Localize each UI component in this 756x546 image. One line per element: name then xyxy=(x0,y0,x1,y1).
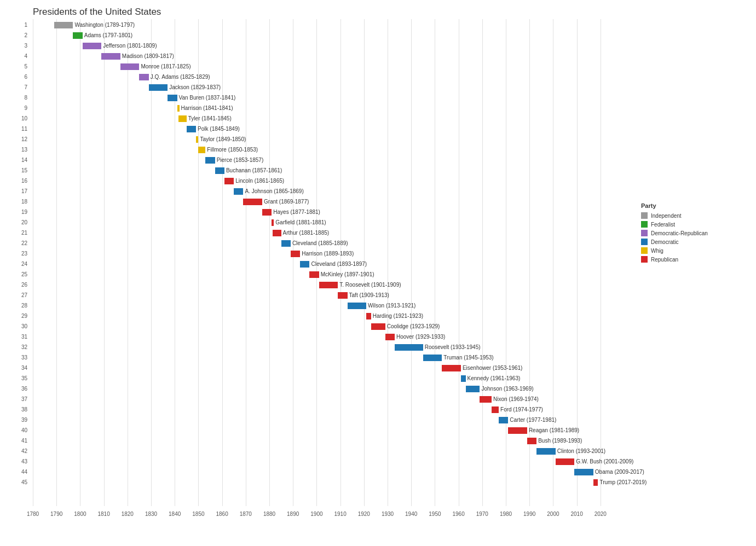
president-bar xyxy=(139,74,148,80)
year-label: 1780 xyxy=(27,511,39,517)
president-number: 38 xyxy=(11,405,27,415)
president-number: 20 xyxy=(11,218,27,228)
president-number: 42 xyxy=(11,446,27,456)
president-label: G.W. Bush (2001-2009) xyxy=(576,458,633,465)
legend-label: Whig xyxy=(651,248,663,254)
president-number: 39 xyxy=(11,415,27,425)
table-row: 44Obama (2009-2017) xyxy=(33,467,624,477)
table-row: 20Garfield (1881-1881) xyxy=(33,218,624,228)
president-bar xyxy=(366,313,371,320)
year-label: 2010 xyxy=(570,511,582,517)
table-row: 3Jefferson (1801-1809) xyxy=(33,41,624,51)
president-label: Ford (1974-1977) xyxy=(500,406,543,413)
president-number: 10 xyxy=(11,114,27,124)
president-label: Adams (1797-1801) xyxy=(84,32,132,39)
table-row: 24Cleveland (1893-1897) xyxy=(33,259,624,269)
president-bar xyxy=(101,53,120,60)
year-label: 1960 xyxy=(452,511,464,517)
legend-item: Federalist xyxy=(641,221,745,228)
legend-item: Independent xyxy=(641,212,745,219)
table-row: 6J.Q. Adams (1825-1829) xyxy=(33,72,624,82)
president-number: 16 xyxy=(11,176,27,186)
president-label: Clinton (1993-2001) xyxy=(557,448,605,455)
table-row: 32Roosevelt (1933-1945) xyxy=(33,342,624,352)
table-row: 35Kennedy (1961-1963) xyxy=(33,374,624,384)
president-bar xyxy=(120,63,140,70)
president-bar xyxy=(508,427,527,434)
table-row: 8Van Buren (1837-1841) xyxy=(33,93,624,103)
legend-swatch xyxy=(641,221,648,228)
president-label: Taylor (1849-1850) xyxy=(200,136,246,143)
president-number: 21 xyxy=(11,228,27,238)
president-bar xyxy=(215,167,224,174)
president-number: 33 xyxy=(11,353,27,363)
president-number: 37 xyxy=(11,394,27,404)
legend-label: Independent xyxy=(651,213,682,219)
president-number: 44 xyxy=(11,467,27,477)
president-number: 13 xyxy=(11,145,27,155)
president-number: 5 xyxy=(11,62,27,72)
president-label: Bush (1989-1993) xyxy=(538,438,582,444)
president-bar xyxy=(319,282,338,288)
president-label: Jefferson (1801-1809) xyxy=(103,43,157,49)
president-number: 24 xyxy=(11,259,27,269)
table-row: 7Jackson (1829-1837) xyxy=(33,83,624,92)
president-bar xyxy=(461,375,466,382)
president-label: Fillmore (1850-1853) xyxy=(207,147,258,153)
table-row: 38Ford (1974-1977) xyxy=(33,405,624,415)
chart-area: 1780179018001810182018301840185018601870… xyxy=(33,19,635,517)
president-bar xyxy=(300,261,309,268)
president-bar xyxy=(480,396,492,403)
president-number: 22 xyxy=(11,239,27,248)
president-bar xyxy=(338,292,347,299)
president-label: Arthur (1881-1885) xyxy=(283,230,330,236)
table-row: 34Eisenhower (1953-1961) xyxy=(33,363,624,373)
year-label: 1980 xyxy=(500,511,512,517)
president-label: Pierce (1853-1857) xyxy=(217,157,264,164)
president-label: Coolidge (1923-1929) xyxy=(387,323,440,330)
president-bar xyxy=(205,157,215,164)
table-row: 4Madison (1809-1817) xyxy=(33,51,624,61)
president-label: Cleveland (1885-1889) xyxy=(292,240,348,247)
president-label: Reagan (1981-1989) xyxy=(529,427,579,434)
president-number: 28 xyxy=(11,301,27,311)
president-bar xyxy=(385,334,395,340)
legend-item: Republican xyxy=(641,256,745,263)
president-label: Van Buren (1837-1841) xyxy=(179,95,236,101)
president-label: Carter (1977-1981) xyxy=(510,417,556,423)
president-bar xyxy=(536,448,556,455)
president-bar xyxy=(224,178,234,184)
legend-swatch xyxy=(641,230,648,236)
year-label: 1860 xyxy=(216,511,228,517)
year-label: 1920 xyxy=(358,511,370,517)
president-label: McKinley (1897-1901) xyxy=(321,271,374,278)
year-label: 2020 xyxy=(595,511,607,517)
president-label: Eisenhower (1953-1961) xyxy=(463,365,523,371)
legend-swatch xyxy=(641,239,648,245)
president-label: Wilson (1913-1921) xyxy=(368,303,415,309)
president-number: 8 xyxy=(11,93,27,103)
president-label: Buchanan (1857-1861) xyxy=(226,167,282,174)
president-label: J.Q. Adams (1825-1829) xyxy=(151,74,210,80)
year-label: 1950 xyxy=(429,511,441,517)
president-number: 43 xyxy=(11,457,27,467)
chart-container: Presidents of the United States 17801790… xyxy=(0,0,756,546)
president-bar xyxy=(73,32,82,39)
president-number: 31 xyxy=(11,332,27,342)
president-number: 6 xyxy=(11,72,27,82)
legend-item: Democratic xyxy=(641,239,745,245)
legend-swatch xyxy=(641,212,648,219)
table-row: 23Harrison (1889-1893) xyxy=(33,249,624,259)
president-number: 12 xyxy=(11,135,27,144)
table-row: 45Trump (2017-2019) xyxy=(33,478,624,487)
table-row: 10Tyler (1841-1845) xyxy=(33,114,624,124)
table-row: 27Taft (1909-1913) xyxy=(33,291,624,300)
table-row: 42Clinton (1993-2001) xyxy=(33,446,624,456)
president-number: 18 xyxy=(11,197,27,207)
table-row: 15Buchanan (1857-1861) xyxy=(33,166,624,176)
president-label: Garfield (1881-1881) xyxy=(275,219,326,226)
president-bar xyxy=(492,406,499,413)
table-row: 19Hayes (1877-1881) xyxy=(33,207,624,217)
president-label: Jackson (1829-1837) xyxy=(169,84,221,91)
president-bar xyxy=(234,188,243,195)
